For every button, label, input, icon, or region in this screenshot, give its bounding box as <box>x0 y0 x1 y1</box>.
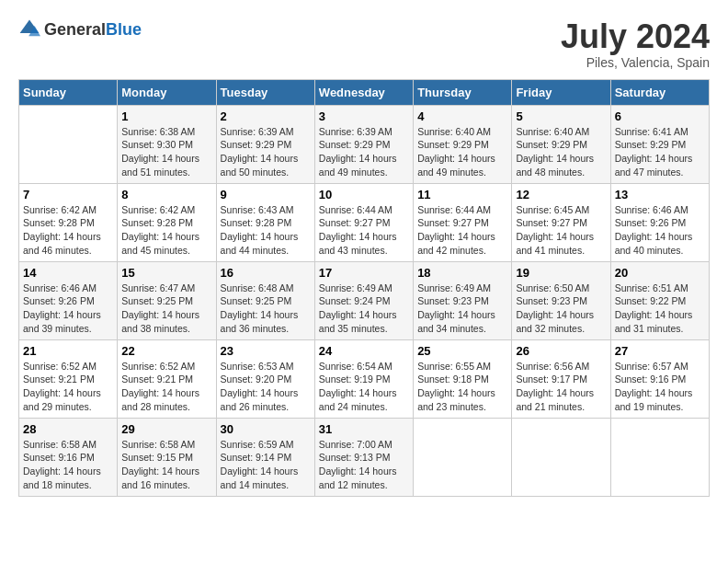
logo-general: General <box>44 20 106 39</box>
day-number: 5 <box>516 109 606 123</box>
header-saturday: Saturday <box>610 79 709 105</box>
logo-blue: Blue <box>106 20 142 39</box>
day-number: 31 <box>319 422 409 436</box>
day-number: 17 <box>319 266 409 280</box>
calendar-week-1: 1Sunrise: 6:38 AM Sunset: 9:30 PM Daylig… <box>19 105 710 183</box>
day-info: Sunrise: 6:56 AM Sunset: 9:17 PM Dayligh… <box>516 360 606 414</box>
calendar-cell: 31Sunrise: 7:00 AM Sunset: 9:13 PM Dayli… <box>314 418 413 496</box>
calendar-cell <box>19 105 118 183</box>
day-info: Sunrise: 6:50 AM Sunset: 9:23 PM Dayligh… <box>516 282 606 336</box>
calendar-cell: 12Sunrise: 6:45 AM Sunset: 9:27 PM Dayli… <box>512 183 610 261</box>
day-info: Sunrise: 6:46 AM Sunset: 9:26 PM Dayligh… <box>615 203 705 258</box>
day-number: 2 <box>221 109 311 123</box>
calendar-cell: 6Sunrise: 6:41 AM Sunset: 9:29 PM Daylig… <box>610 105 709 183</box>
day-info: Sunrise: 6:49 AM Sunset: 9:24 PM Dayligh… <box>319 282 409 336</box>
calendar-cell: 24Sunrise: 6:54 AM Sunset: 9:19 PM Dayli… <box>314 339 413 418</box>
day-info: Sunrise: 6:46 AM Sunset: 9:26 PM Dayligh… <box>23 282 113 336</box>
day-info: Sunrise: 6:39 AM Sunset: 9:29 PM Dayligh… <box>221 125 311 179</box>
calendar-cell: 29Sunrise: 6:58 AM Sunset: 9:15 PM Dayli… <box>118 418 216 496</box>
calendar-week-3: 14Sunrise: 6:46 AM Sunset: 9:26 PM Dayli… <box>19 261 710 339</box>
logo-icon <box>18 18 40 40</box>
day-info: Sunrise: 6:43 AM Sunset: 9:28 PM Dayligh… <box>221 203 311 258</box>
calendar-table: Sunday Monday Tuesday Wednesday Thursday… <box>18 79 710 497</box>
day-info: Sunrise: 6:42 AM Sunset: 9:28 PM Dayligh… <box>121 203 211 258</box>
day-number: 6 <box>615 109 705 123</box>
calendar-cell: 27Sunrise: 6:57 AM Sunset: 9:16 PM Dayli… <box>610 339 709 418</box>
day-number: 18 <box>417 266 507 280</box>
day-number: 12 <box>516 188 606 201</box>
calendar-header: Sunday Monday Tuesday Wednesday Thursday… <box>19 79 710 105</box>
day-number: 19 <box>516 266 606 280</box>
day-number: 8 <box>121 188 211 201</box>
calendar-cell: 13Sunrise: 6:46 AM Sunset: 9:26 PM Dayli… <box>610 183 709 261</box>
day-number: 27 <box>615 344 705 358</box>
calendar-cell: 1Sunrise: 6:38 AM Sunset: 9:30 PM Daylig… <box>118 105 216 183</box>
day-number: 13 <box>615 188 705 201</box>
header-tuesday: Tuesday <box>216 79 314 105</box>
calendar-cell: 10Sunrise: 6:44 AM Sunset: 9:27 PM Dayli… <box>314 183 413 261</box>
day-number: 15 <box>121 266 211 280</box>
calendar-cell: 2Sunrise: 6:39 AM Sunset: 9:29 PM Daylig… <box>216 105 314 183</box>
day-info: Sunrise: 6:42 AM Sunset: 9:28 PM Dayligh… <box>23 203 113 258</box>
subtitle: Piles, Valencia, Spain <box>561 55 710 70</box>
day-number: 30 <box>221 422 311 436</box>
day-info: Sunrise: 6:48 AM Sunset: 9:25 PM Dayligh… <box>221 282 311 336</box>
calendar-cell: 14Sunrise: 6:46 AM Sunset: 9:26 PM Dayli… <box>19 261 118 339</box>
day-info: Sunrise: 6:54 AM Sunset: 9:19 PM Dayligh… <box>319 360 409 414</box>
calendar-cell: 9Sunrise: 6:43 AM Sunset: 9:28 PM Daylig… <box>216 183 314 261</box>
day-info: Sunrise: 6:52 AM Sunset: 9:21 PM Dayligh… <box>23 360 113 414</box>
day-number: 20 <box>615 266 705 280</box>
day-number: 9 <box>221 188 311 201</box>
day-number: 1 <box>121 109 211 123</box>
calendar-cell: 25Sunrise: 6:55 AM Sunset: 9:18 PM Dayli… <box>414 339 512 418</box>
calendar-cell: 4Sunrise: 6:40 AM Sunset: 9:29 PM Daylig… <box>414 105 512 183</box>
day-info: Sunrise: 6:47 AM Sunset: 9:25 PM Dayligh… <box>121 282 211 336</box>
day-number: 23 <box>221 344 311 358</box>
day-info: Sunrise: 6:44 AM Sunset: 9:27 PM Dayligh… <box>417 203 507 258</box>
calendar-cell: 11Sunrise: 6:44 AM Sunset: 9:27 PM Dayli… <box>414 183 512 261</box>
day-info: Sunrise: 6:57 AM Sunset: 9:16 PM Dayligh… <box>615 360 705 414</box>
day-number: 10 <box>319 188 409 201</box>
calendar-cell: 8Sunrise: 6:42 AM Sunset: 9:28 PM Daylig… <box>118 183 216 261</box>
calendar-cell <box>610 418 709 496</box>
calendar-cell: 18Sunrise: 6:49 AM Sunset: 9:23 PM Dayli… <box>414 261 512 339</box>
calendar-cell: 7Sunrise: 6:42 AM Sunset: 9:28 PM Daylig… <box>19 183 118 261</box>
calendar-week-5: 28Sunrise: 6:58 AM Sunset: 9:16 PM Dayli… <box>19 418 710 496</box>
day-number: 11 <box>417 188 507 201</box>
day-info: Sunrise: 6:44 AM Sunset: 9:27 PM Dayligh… <box>319 203 409 258</box>
calendar-cell: 16Sunrise: 6:48 AM Sunset: 9:25 PM Dayli… <box>216 261 314 339</box>
header-thursday: Thursday <box>414 79 512 105</box>
calendar-cell: 15Sunrise: 6:47 AM Sunset: 9:25 PM Dayli… <box>118 261 216 339</box>
calendar-cell: 22Sunrise: 6:52 AM Sunset: 9:21 PM Dayli… <box>118 339 216 418</box>
calendar-cell: 5Sunrise: 6:40 AM Sunset: 9:29 PM Daylig… <box>512 105 610 183</box>
day-info: Sunrise: 6:41 AM Sunset: 9:29 PM Dayligh… <box>615 125 705 179</box>
calendar-cell <box>512 418 610 496</box>
calendar-week-4: 21Sunrise: 6:52 AM Sunset: 9:21 PM Dayli… <box>19 339 710 418</box>
calendar-week-2: 7Sunrise: 6:42 AM Sunset: 9:28 PM Daylig… <box>19 183 710 261</box>
page-header: GeneralBlue July 2024 Piles, Valencia, S… <box>18 18 710 70</box>
day-number: 24 <box>319 344 409 358</box>
day-info: Sunrise: 6:55 AM Sunset: 9:18 PM Dayligh… <box>417 360 507 414</box>
day-number: 29 <box>121 422 211 436</box>
day-info: Sunrise: 6:52 AM Sunset: 9:21 PM Dayligh… <box>121 360 211 414</box>
day-info: Sunrise: 6:40 AM Sunset: 9:29 PM Dayligh… <box>516 125 606 179</box>
header-wednesday: Wednesday <box>314 79 413 105</box>
calendar-cell: 17Sunrise: 6:49 AM Sunset: 9:24 PM Dayli… <box>314 261 413 339</box>
calendar-cell: 20Sunrise: 6:51 AM Sunset: 9:22 PM Dayli… <box>610 261 709 339</box>
day-number: 22 <box>121 344 211 358</box>
main-title: July 2024 <box>561 18 710 55</box>
title-block: July 2024 Piles, Valencia, Spain <box>561 18 710 70</box>
day-info: Sunrise: 6:59 AM Sunset: 9:14 PM Dayligh… <box>221 438 311 492</box>
header-monday: Monday <box>118 79 216 105</box>
day-info: Sunrise: 7:00 AM Sunset: 9:13 PM Dayligh… <box>319 438 409 492</box>
day-number: 3 <box>319 109 409 123</box>
day-number: 25 <box>417 344 507 358</box>
day-info: Sunrise: 6:40 AM Sunset: 9:29 PM Dayligh… <box>417 125 507 179</box>
day-number: 14 <box>23 266 113 280</box>
day-number: 26 <box>516 344 606 358</box>
calendar-cell: 23Sunrise: 6:53 AM Sunset: 9:20 PM Dayli… <box>216 339 314 418</box>
day-info: Sunrise: 6:39 AM Sunset: 9:29 PM Dayligh… <box>319 125 409 179</box>
day-info: Sunrise: 6:58 AM Sunset: 9:16 PM Dayligh… <box>23 438 113 492</box>
logo: GeneralBlue <box>18 18 142 40</box>
calendar-cell: 3Sunrise: 6:39 AM Sunset: 9:29 PM Daylig… <box>314 105 413 183</box>
